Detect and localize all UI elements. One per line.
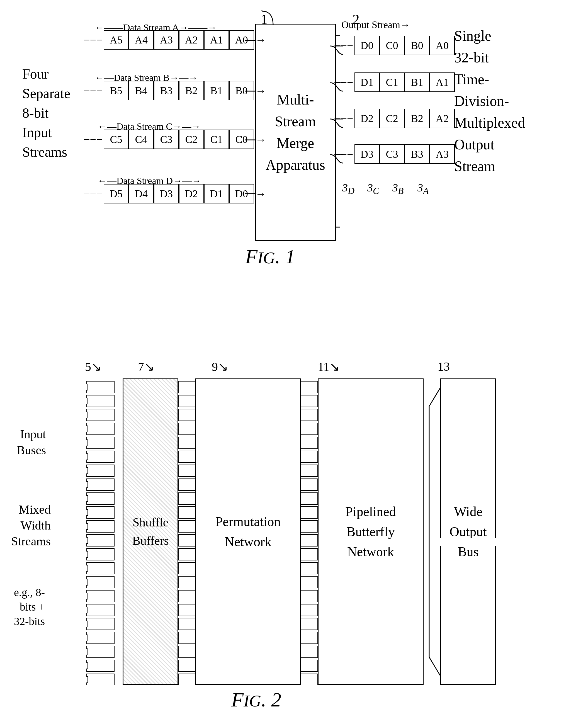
svg-rect-21 xyxy=(86,548,114,560)
svg-rect-84 xyxy=(301,507,318,519)
svg-rect-83 xyxy=(301,493,318,504)
svg-rect-49 xyxy=(86,635,88,641)
output-row-1: −−− D1 C1 B1 A1 xyxy=(334,72,455,92)
svg-rect-16 xyxy=(86,479,114,490)
svg-rect-70 xyxy=(178,618,195,630)
svg-rect-45 xyxy=(86,579,88,585)
svg-rect-20 xyxy=(86,534,114,546)
output-stream-label: Output Stream→ xyxy=(341,19,410,31)
svg-rect-9 xyxy=(86,381,114,393)
svg-rect-57 xyxy=(178,437,195,449)
svg-rect-34 xyxy=(86,426,88,432)
svg-rect-81 xyxy=(301,465,318,477)
ref-3c: 3C xyxy=(367,181,379,196)
cell-a5: A5 xyxy=(104,30,129,49)
right-description: Single 32-bit Time- Division- Multiplexe… xyxy=(454,25,525,177)
cell-a2: A2 xyxy=(179,30,204,49)
shuffle-buffers-block: ShuffleBuffers xyxy=(123,378,178,685)
svg-rect-76 xyxy=(301,395,318,407)
stream-c-row: −−− C5 C4 C3 C2 C1 C0 → xyxy=(84,130,267,149)
merge-apparatus-box: Multi-StreamMergeApparatus xyxy=(255,24,336,241)
svg-rect-25 xyxy=(86,604,114,616)
svg-rect-71 xyxy=(178,632,195,644)
ref-13: 13 xyxy=(438,360,450,374)
svg-rect-96 xyxy=(301,674,318,685)
eg-bits-label: e.g., 8-bits +32-bits xyxy=(14,585,45,629)
svg-rect-90 xyxy=(301,590,318,602)
mixed-width-label: MixedWidthStreams xyxy=(11,502,51,550)
svg-rect-85 xyxy=(301,521,318,532)
svg-rect-92 xyxy=(301,618,318,630)
svg-rect-94 xyxy=(301,646,318,658)
pipelined-butterfly-block: PipelinedButterflyNetwork xyxy=(318,378,424,685)
svg-rect-37 xyxy=(86,468,88,474)
svg-rect-55 xyxy=(178,409,195,421)
svg-rect-88 xyxy=(301,563,318,574)
svg-rect-93 xyxy=(301,632,318,644)
svg-rect-67 xyxy=(178,576,195,588)
svg-rect-52 xyxy=(86,677,88,683)
svg-rect-12 xyxy=(86,423,114,435)
svg-rect-18 xyxy=(86,507,114,519)
stream-d-row: −−− D5 D4 D3 D2 D1 D0 → xyxy=(84,184,267,204)
svg-rect-41 xyxy=(86,523,88,529)
fig2-title: FIG. 2 xyxy=(231,688,281,712)
svg-rect-40 xyxy=(86,509,88,515)
svg-rect-87 xyxy=(301,548,318,560)
svg-rect-38 xyxy=(86,482,88,488)
svg-rect-78 xyxy=(301,423,318,435)
svg-rect-17 xyxy=(86,493,114,504)
ref-11: 11↘ xyxy=(318,360,340,374)
svg-rect-47 xyxy=(86,607,88,613)
svg-rect-91 xyxy=(301,604,318,616)
stream-a-row: −−− A5 A4 A3 A2 A1 A0 → xyxy=(84,30,267,49)
svg-rect-30 xyxy=(86,674,114,685)
svg-rect-61 xyxy=(178,493,195,504)
ref-9: 9↘ xyxy=(212,360,228,374)
svg-rect-62 xyxy=(178,507,195,519)
ref-5: 5↘ xyxy=(85,360,101,374)
svg-rect-10 xyxy=(86,395,114,407)
svg-rect-89 xyxy=(301,576,318,588)
svg-rect-39 xyxy=(86,495,88,502)
svg-rect-80 xyxy=(301,451,318,463)
ref-3d: 3D xyxy=(342,181,355,196)
figure1: 1 Four Separate 8-bit Input Streams ←——D… xyxy=(17,8,574,343)
svg-rect-54 xyxy=(178,395,195,407)
ref-7: 7↘ xyxy=(138,360,154,374)
svg-rect-35 xyxy=(86,440,88,446)
stream-b-row: −−− B5 B4 B3 B2 B1 B0 → xyxy=(84,81,267,100)
svg-rect-64 xyxy=(178,534,195,546)
svg-rect-79 xyxy=(301,437,318,449)
svg-rect-26 xyxy=(86,618,114,630)
svg-rect-48 xyxy=(86,621,88,627)
input-buses-stack xyxy=(86,378,125,685)
svg-rect-74 xyxy=(178,674,195,685)
svg-rect-75 xyxy=(301,381,318,393)
svg-rect-56 xyxy=(178,423,195,435)
svg-rect-11 xyxy=(86,409,114,421)
output-row-0: −−− D0 C0 B0 A0 xyxy=(334,36,455,55)
svg-rect-42 xyxy=(86,537,88,544)
output-row-3: −−− D3 C3 B3 A3 xyxy=(334,144,455,164)
svg-rect-73 xyxy=(178,660,195,672)
svg-rect-28 xyxy=(86,646,114,658)
svg-rect-59 xyxy=(178,465,195,477)
svg-rect-72 xyxy=(178,646,195,658)
input-buses-label: InputBuses xyxy=(17,426,46,458)
permutation-network-block: PermutationNetwork xyxy=(195,378,301,685)
svg-rect-22 xyxy=(86,563,114,574)
svg-rect-27 xyxy=(86,632,114,644)
svg-rect-15 xyxy=(86,465,114,477)
svg-rect-14 xyxy=(86,451,114,463)
svg-rect-19 xyxy=(86,521,114,532)
svg-rect-29 xyxy=(86,660,114,672)
svg-rect-95 xyxy=(301,660,318,672)
svg-rect-36 xyxy=(86,454,88,460)
streams-description: Four Separate 8-bit Input Streams xyxy=(22,64,70,162)
svg-rect-33 xyxy=(86,412,88,418)
svg-rect-66 xyxy=(178,563,195,574)
cell-a4: A4 xyxy=(129,30,154,49)
output-bus-gap xyxy=(439,538,497,546)
output-row-2: −−− D2 C2 B2 A2 xyxy=(334,109,455,128)
